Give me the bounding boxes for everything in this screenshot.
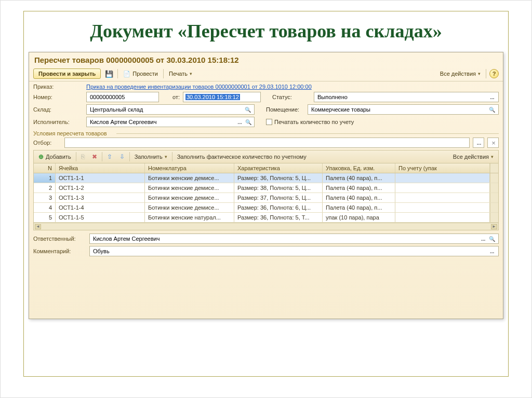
- search-icon[interactable]: [488, 235, 496, 243]
- status-input[interactable]: [316, 93, 487, 101]
- responsible-field[interactable]: [89, 234, 499, 244]
- filter-dots[interactable]: [473, 138, 484, 148]
- number-field[interactable]: [86, 92, 159, 102]
- search-icon[interactable]: [245, 118, 252, 126]
- warehouse-field[interactable]: [86, 104, 255, 115]
- search-icon[interactable]: [244, 105, 252, 114]
- number-input[interactable]: [89, 93, 156, 101]
- room-input[interactable]: [310, 106, 487, 113]
- warehouse-input[interactable]: [89, 106, 243, 113]
- comment-field[interactable]: [89, 246, 499, 256]
- section-conditions: Условия пересчета товаров: [33, 129, 499, 138]
- ellipsis-icon[interactable]: [476, 139, 482, 147]
- filter-field[interactable]: [64, 138, 470, 148]
- slide-frame: Документ «Пересчет товаров на складах» П…: [0, 0, 532, 398]
- date-value[interactable]: 30.03.2010 15:18:12: [185, 94, 240, 100]
- search-icon[interactable]: [488, 105, 496, 114]
- ellipsis-icon[interactable]: [236, 118, 243, 126]
- responsible-input[interactable]: [92, 235, 478, 242]
- comment-input[interactable]: [92, 248, 487, 255]
- ellipsis-icon[interactable]: [488, 247, 496, 255]
- filter-clear[interactable]: [487, 138, 499, 148]
- date-field[interactable]: 30.03.2010 15:18:12: [183, 92, 261, 102]
- filter-input[interactable]: [67, 139, 467, 146]
- ellipsis-icon[interactable]: [479, 235, 487, 243]
- ellipsis-icon[interactable]: [488, 93, 496, 101]
- status-field[interactable]: [314, 92, 499, 102]
- executor-input[interactable]: [89, 118, 235, 126]
- inner-border: [23, 11, 509, 377]
- executor-field[interactable]: [86, 117, 255, 127]
- room-field[interactable]: [308, 104, 499, 115]
- clear-icon[interactable]: [491, 139, 496, 147]
